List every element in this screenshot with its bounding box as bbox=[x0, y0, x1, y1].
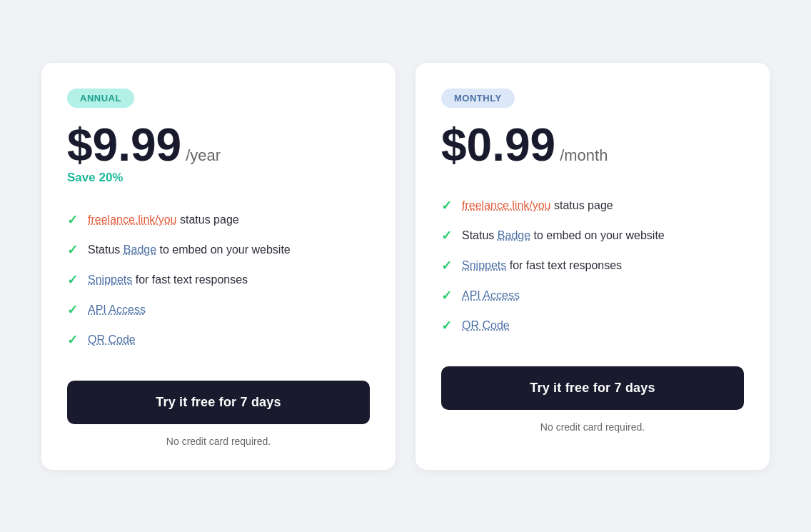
feature-item: ✓freelance.link/you status page bbox=[441, 191, 744, 221]
check-icon: ✓ bbox=[441, 258, 452, 273]
feature-item: ✓API Access bbox=[67, 295, 370, 325]
cta-button-annual[interactable]: Try it free for 7 days bbox=[67, 381, 370, 424]
no-credit-card-text: No credit card required. bbox=[441, 421, 744, 433]
feature-text: Snippets for fast text responses bbox=[88, 273, 248, 286]
feature-link-2[interactable]: Snippets bbox=[462, 259, 506, 271]
feature-link-0[interactable]: freelance.link/you bbox=[88, 214, 177, 226]
check-icon: ✓ bbox=[441, 318, 452, 333]
feature-text: API Access bbox=[88, 303, 146, 316]
feature-text: Status Badge to embed on your website bbox=[88, 244, 291, 256]
feature-link-1[interactable]: Badge bbox=[124, 244, 156, 256]
feature-text: freelance.link/you status page bbox=[88, 214, 239, 226]
feature-item: ✓freelance.link/you status page bbox=[67, 205, 370, 235]
check-icon: ✓ bbox=[67, 272, 78, 288]
feature-item: ✓Snippets for fast text responses bbox=[441, 251, 744, 281]
feature-link-1[interactable]: Badge bbox=[498, 229, 530, 241]
feature-link-3[interactable]: API Access bbox=[462, 289, 520, 301]
feature-text: QR Code bbox=[88, 333, 136, 346]
pricing-card-annual: ANNUAL$9.99/yearSave 20%✓freelance.link/… bbox=[41, 63, 396, 470]
price-amount: $9.99 bbox=[67, 122, 181, 168]
price-period: /month bbox=[560, 146, 608, 165]
check-icon: ✓ bbox=[441, 198, 452, 214]
feature-link-4[interactable]: QR Code bbox=[88, 333, 136, 346]
check-icon: ✓ bbox=[67, 212, 78, 228]
feature-text: freelance.link/you status page bbox=[462, 199, 613, 212]
plan-badge-monthly: MONTHLY bbox=[441, 89, 515, 108]
check-icon: ✓ bbox=[67, 302, 78, 318]
pricing-container: ANNUAL$9.99/yearSave 20%✓freelance.link/… bbox=[13, 34, 798, 498]
pricing-card-monthly: MONTHLY$0.99/month✓freelance.link/you st… bbox=[415, 63, 770, 470]
features-list: ✓freelance.link/you status page✓Status B… bbox=[67, 205, 370, 355]
check-icon: ✓ bbox=[67, 332, 78, 348]
feature-link-4[interactable]: QR Code bbox=[462, 319, 510, 331]
feature-item: ✓API Access bbox=[441, 281, 744, 311]
check-icon: ✓ bbox=[441, 228, 452, 244]
feature-text: Status Badge to embed on your website bbox=[462, 229, 665, 242]
check-icon: ✓ bbox=[441, 288, 452, 303]
plan-badge-annual: ANNUAL bbox=[67, 89, 134, 108]
spacer bbox=[441, 171, 744, 191]
save-text: Save 20% bbox=[67, 171, 370, 185]
cta-button-monthly[interactable]: Try it free for 7 days bbox=[441, 366, 744, 410]
feature-link-3[interactable]: API Access bbox=[88, 303, 146, 316]
check-icon: ✓ bbox=[67, 242, 78, 258]
price-row: $0.99/month bbox=[441, 122, 744, 168]
feature-text: QR Code bbox=[462, 319, 510, 332]
feature-item: ✓Snippets for fast text responses bbox=[67, 265, 370, 295]
features-list: ✓freelance.link/you status page✓Status B… bbox=[441, 191, 744, 341]
price-amount: $0.99 bbox=[441, 122, 555, 168]
feature-item: ✓Status Badge to embed on your website bbox=[441, 221, 744, 251]
feature-link-0[interactable]: freelance.link/you bbox=[462, 199, 551, 211]
feature-item: ✓Status Badge to embed on your website bbox=[67, 235, 370, 265]
no-credit-card-text: No credit card required. bbox=[67, 436, 370, 447]
price-period: /year bbox=[186, 146, 221, 165]
feature-item: ✓QR Code bbox=[67, 325, 370, 355]
feature-item: ✓QR Code bbox=[441, 311, 744, 341]
feature-text: Snippets for fast text responses bbox=[462, 259, 622, 272]
feature-link-2[interactable]: Snippets bbox=[88, 273, 132, 286]
feature-text: API Access bbox=[462, 289, 520, 302]
price-row: $9.99/year bbox=[67, 122, 370, 168]
